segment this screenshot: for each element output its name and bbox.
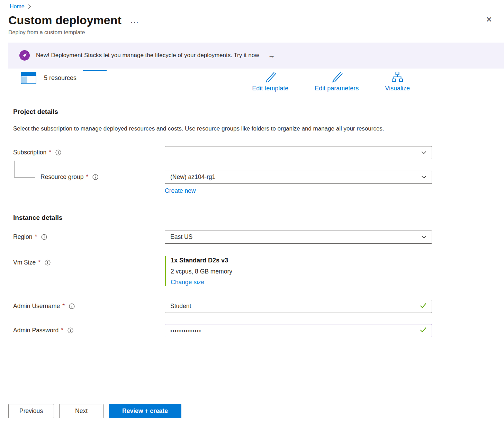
region-dropdown[interactable]: East US: [165, 231, 432, 244]
pencil-icon: [264, 71, 277, 84]
required-asterisk: *: [61, 327, 63, 334]
template-icon: [21, 72, 36, 84]
close-icon[interactable]: ✕: [483, 13, 496, 26]
admin-password-value: ••••••••••••••: [170, 328, 201, 334]
info-icon[interactable]: [55, 150, 61, 155]
previous-button[interactable]: Previous: [8, 404, 54, 418]
required-asterisk: *: [38, 259, 40, 266]
required-asterisk: *: [35, 233, 37, 240]
region-value: East US: [170, 233, 192, 241]
page-title: Custom deployment: [8, 13, 122, 27]
admin-username-input[interactable]: Student: [165, 300, 432, 313]
org-chart-icon: [392, 71, 403, 84]
admin-password-label: Admin Password: [13, 327, 58, 334]
visualize-button[interactable]: Visualize: [385, 71, 410, 92]
clipped-link-fragment: [83, 70, 107, 71]
region-field-row: Region * East US: [13, 231, 504, 244]
project-details-heading: Project details: [13, 108, 504, 116]
admin-password-input[interactable]: ••••••••••••••: [165, 324, 432, 337]
resource-group-label: Resource group: [40, 173, 84, 181]
visualize-label: Visualize: [385, 85, 410, 92]
checkmark-icon: [420, 303, 426, 310]
chevron-down-icon: [421, 149, 426, 156]
vm-size-specs: 2 vcpus, 8 GB memory: [171, 268, 432, 275]
chevron-down-icon: [421, 233, 426, 241]
edit-parameters-button[interactable]: Edit parameters: [315, 71, 359, 92]
subscription-dropdown[interactable]: [165, 146, 432, 159]
admin-username-value: Student: [170, 303, 191, 310]
edit-parameters-label: Edit parameters: [315, 85, 359, 92]
chevron-down-icon: [421, 173, 426, 181]
review-create-button[interactable]: Review + create: [109, 404, 181, 418]
template-resources: 5 resources: [21, 71, 76, 84]
resource-group-field-row: Resource group * (New) az104-rg1: [13, 171, 504, 184]
admin-username-field-row: Admin Username * Student: [13, 300, 504, 313]
resource-group-value: (New) az104-rg1: [170, 173, 215, 181]
template-actions: Edit template Edit parameters: [252, 71, 410, 92]
breadcrumb: Home: [0, 0, 504, 10]
info-icon[interactable]: [68, 327, 73, 333]
subscription-field-row: Subscription *: [13, 146, 504, 159]
project-details-description: Select the subscription to manage deploy…: [13, 123, 411, 134]
instance-details-heading: Instance details: [13, 214, 504, 222]
resource-group-dropdown[interactable]: (New) az104-rg1: [165, 171, 432, 184]
breadcrumb-home-link[interactable]: Home: [10, 3, 25, 10]
region-label: Region: [13, 233, 32, 241]
required-asterisk: *: [49, 149, 51, 156]
deployment-stacks-banner[interactable]: New! Deployment Stacks let you manage th…: [8, 43, 504, 69]
subscription-label: Subscription: [13, 149, 46, 156]
rocket-icon: [19, 50, 30, 61]
edit-template-button[interactable]: Edit template: [252, 71, 288, 92]
template-summary-bar: 5 resources Edit template Edit parame: [0, 71, 504, 92]
required-asterisk: *: [62, 303, 65, 309]
resource-count-label: 5 resources: [44, 74, 76, 82]
more-options-button[interactable]: ···: [130, 18, 139, 26]
info-icon[interactable]: [45, 260, 51, 266]
field-connector-line: [14, 161, 35, 178]
footer-action-bar: Previous Next Review + create: [8, 404, 181, 418]
admin-password-field-row: Admin Password * ••••••••••••••: [13, 324, 504, 337]
page-header: Custom deployment ··· ✕: [0, 10, 504, 27]
next-button[interactable]: Next: [59, 404, 104, 418]
banner-message: New! Deployment Stacks let you manage th…: [36, 52, 259, 59]
breadcrumb-chevron-icon: [28, 4, 31, 9]
change-size-link[interactable]: Change size: [171, 279, 204, 286]
vm-size-value: 1x Standard D2s v3: [171, 256, 432, 264]
required-asterisk: *: [86, 173, 89, 180]
banner-arrow-icon[interactable]: →: [268, 52, 275, 60]
vm-size-label: Vm Size: [13, 259, 36, 266]
info-icon[interactable]: [69, 303, 75, 309]
vm-size-field-row: Vm Size * 1x Standard D2s v3 2 vcpus, 8 …: [13, 256, 504, 286]
create-new-link[interactable]: Create new: [165, 187, 196, 195]
vm-size-summary: 1x Standard D2s v3 2 vcpus, 8 GB memory …: [165, 256, 432, 286]
checkmark-icon: [420, 327, 426, 334]
pencil-icon: [330, 71, 343, 84]
info-icon[interactable]: [92, 174, 98, 180]
admin-username-label: Admin Username: [13, 303, 60, 310]
info-icon[interactable]: [41, 234, 47, 240]
edit-template-label: Edit template: [252, 85, 288, 92]
deployment-form: Project details Select the subscription …: [0, 108, 504, 337]
page-subtitle: Deploy from a custom template: [0, 27, 504, 36]
